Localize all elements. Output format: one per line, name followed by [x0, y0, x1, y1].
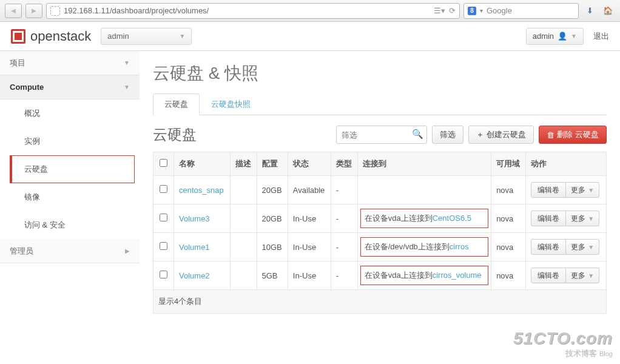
chevron-down-icon: ▼ — [588, 215, 594, 222]
sidebar-item-overview[interactable]: 概况 — [0, 99, 140, 127]
volumes-table: 名称 描述 配置 状态 类型 连接到 可用域 动作 centos_snap 20… — [153, 152, 607, 314]
brand-text: openstack — [30, 29, 91, 44]
zone-cell: nova — [491, 261, 526, 290]
chevron-right-icon: ▶ — [125, 248, 130, 254]
volume-name-link[interactable]: centos_snap — [179, 186, 224, 195]
edit-volume-button[interactable]: 编辑卷 — [531, 182, 566, 198]
section-title: 云硬盘 — [153, 125, 197, 144]
status-cell: Available — [288, 176, 331, 204]
create-volume-button[interactable]: ＋ 创建云硬盘 — [468, 126, 534, 144]
volume-name-link[interactable]: Volume1 — [179, 243, 210, 252]
more-actions-button[interactable]: 更多 ▼ — [566, 268, 599, 283]
row-checkbox[interactable] — [160, 271, 167, 278]
downloads-icon[interactable]: ⬇ — [582, 4, 597, 18]
status-cell: In-Use — [288, 204, 331, 233]
table-footer: 显示4个条目 — [153, 290, 607, 314]
more-actions-button[interactable]: 更多 ▼ — [566, 182, 599, 198]
attach-prefix: 在设备vda上连接到 — [365, 271, 433, 280]
col-desc: 描述 — [230, 152, 257, 176]
url-input[interactable] — [64, 6, 430, 15]
filter-wrap: 🔍 — [336, 126, 427, 144]
col-name: 名称 — [174, 152, 231, 176]
reload-icon[interactable]: ⟳ — [449, 6, 456, 15]
plus-icon: ＋ — [476, 129, 484, 140]
sidebar-section-admin[interactable]: 管理员 ▶ — [0, 239, 140, 263]
row-checkbox[interactable] — [160, 214, 167, 221]
chevron-down-icon: ▼ — [179, 33, 185, 39]
status-cell: In-Use — [288, 261, 331, 290]
delete-volume-button[interactable]: 🗑 删除 云硬盘 — [539, 126, 607, 144]
row-checkbox[interactable] — [160, 242, 167, 250]
search-box[interactable]: 8 ▾ Google — [463, 3, 579, 19]
sidebar-item-instances[interactable]: 实例 — [0, 127, 140, 155]
url-bar[interactable]: ☰▾ ⟳ — [46, 3, 460, 19]
sidebar-section-label: Compute — [10, 83, 44, 92]
home-icon[interactable]: 🏠 — [601, 4, 615, 18]
sidebar-section-label: 项目 — [10, 58, 25, 69]
user-icon: 👤 — [558, 32, 567, 41]
more-actions-button[interactable]: 更多 ▼ — [566, 239, 599, 255]
tenant-label: admin — [107, 32, 129, 41]
section-header: 云硬盘 🔍 筛选 ＋ 创建云硬盘 🗑 删除 云硬盘 — [153, 125, 607, 144]
user-menu[interactable]: admin 👤 ▼ — [526, 28, 584, 45]
browser-toolbar: ◄ ► ☰▾ ⟳ 8 ▾ Google ⬇ 🏠 — [0, 0, 620, 22]
more-actions-button[interactable]: 更多 ▼ — [566, 211, 599, 226]
attach-link[interactable]: cirros_volume — [433, 271, 482, 280]
sidebar-section-project[interactable]: 项目 ▼ — [0, 51, 140, 75]
zone-cell: nova — [491, 176, 526, 204]
tab-volumes[interactable]: 云硬盘 — [153, 93, 200, 115]
select-all-checkbox[interactable] — [160, 159, 167, 167]
size-cell: 20GB — [257, 176, 288, 204]
attach-prefix: 在设备vda上连接到 — [365, 214, 433, 223]
reader-icon[interactable]: ☰▾ — [434, 6, 445, 15]
forward-button[interactable]: ► — [25, 4, 42, 18]
attach-cell: 在设备vda上连接到CentOS6.5 — [360, 209, 488, 228]
tab-snapshots[interactable]: 云硬盘快照 — [200, 93, 262, 115]
site-identity-icon — [50, 6, 60, 16]
table-header-row: 名称 描述 配置 状态 类型 连接到 可用域 动作 — [153, 152, 607, 176]
chevron-down-icon: ▼ — [124, 59, 130, 66]
chevron-down-icon: ▼ — [588, 244, 594, 251]
desc-cell — [230, 176, 257, 204]
sidebar-section-label: 管理员 — [10, 246, 33, 257]
search-engine-icon: 8 — [468, 7, 476, 15]
attach-link[interactable]: CentOS6.5 — [433, 214, 471, 223]
edit-volume-button[interactable]: 编辑卷 — [531, 268, 566, 283]
desc-cell — [230, 204, 257, 233]
chevron-down-icon: ▼ — [588, 272, 594, 279]
brand-logo[interactable]: openstack — [11, 29, 91, 44]
type-cell: - — [331, 176, 357, 204]
tenant-selector[interactable]: admin ▼ — [101, 28, 192, 45]
search-engine-label: Google — [487, 6, 512, 15]
chevron-down-icon: ▼ — [571, 33, 577, 39]
filter-button[interactable]: 筛选 — [432, 126, 463, 144]
sidebar-item-images[interactable]: 镜像 — [0, 183, 140, 211]
status-cell: In-Use — [288, 233, 331, 261]
edit-volume-button[interactable]: 编辑卷 — [531, 239, 566, 255]
chevron-down-icon: ▼ — [588, 187, 594, 194]
main-content: 云硬盘 & 快照 云硬盘 云硬盘快照 云硬盘 🔍 筛选 ＋ 创建云硬盘 🗑 删除… — [140, 51, 620, 325]
table-row: Volume2 5GB In-Use - 在设备vda上连接到cirros_vo… — [153, 261, 607, 290]
type-cell: - — [331, 204, 357, 233]
back-button[interactable]: ◄ — [5, 4, 22, 18]
sidebar-item-access[interactable]: 访问 & 安全 — [0, 211, 140, 239]
search-dropdown-icon[interactable]: ▾ — [480, 7, 483, 14]
col-size: 配置 — [257, 152, 288, 176]
search-icon[interactable]: 🔍 — [412, 129, 423, 140]
volume-name-link[interactable]: Volume3 — [179, 214, 210, 223]
logout-link[interactable]: 退出 — [593, 31, 609, 42]
logo-icon — [11, 29, 25, 44]
volume-name-link[interactable]: Volume2 — [179, 271, 210, 280]
col-attach: 连接到 — [357, 152, 491, 176]
page-title: 云硬盘 & 快照 — [153, 62, 607, 85]
user-label: admin — [533, 32, 554, 41]
size-cell: 10GB — [257, 233, 288, 261]
sidebar-item-volumes[interactable]: 云硬盘 — [10, 155, 135, 183]
size-cell: 20GB — [257, 204, 288, 233]
sidebar-section-compute[interactable]: Compute ▼ — [0, 75, 140, 99]
attach-link[interactable]: cirros — [450, 242, 469, 251]
col-actions: 动作 — [526, 152, 607, 176]
tabs: 云硬盘 云硬盘快照 — [153, 93, 607, 115]
edit-volume-button[interactable]: 编辑卷 — [531, 211, 566, 226]
row-checkbox[interactable] — [160, 185, 167, 193]
